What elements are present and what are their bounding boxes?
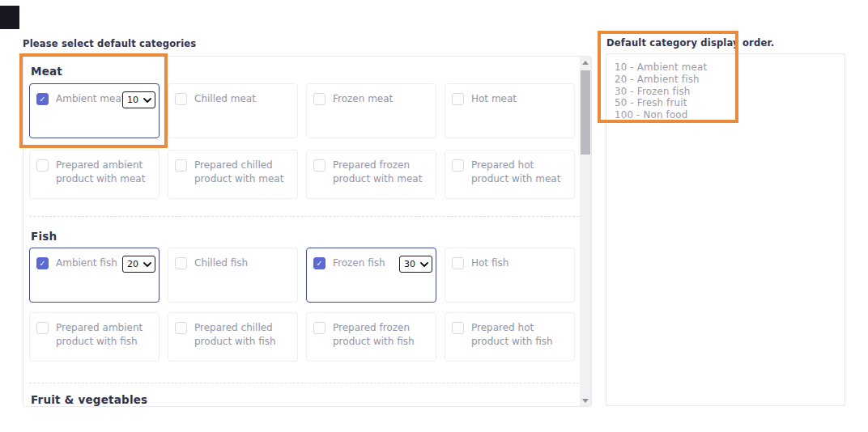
category-card-prepared-hot-meat[interactable]: Prepared hot product with meat [445, 150, 575, 199]
category-card-frozen-meat[interactable]: Frozen meat [306, 83, 436, 138]
category-label: Prepared frozen product with fish [333, 321, 431, 349]
checkbox-icon[interactable] [175, 93, 187, 105]
check-icon: ✓ [39, 95, 45, 104]
order-select-value: 20 [127, 259, 138, 269]
categories-panel: Meat ✓ Ambient meat 10 Chilled meat Froz… [23, 56, 592, 407]
category-card-ambient-meat[interactable]: ✓ Ambient meat 10 [29, 83, 160, 138]
section-title-fish: Fish [31, 230, 57, 243]
fish-row-2: Prepared ambient product with fish Prepa… [29, 312, 575, 362]
category-label: Prepared ambient product with fish [56, 321, 154, 349]
order-select-value: 30 [404, 259, 415, 269]
sidebar-fragment [0, 6, 19, 29]
checkbox-checked-icon[interactable]: ✓ [36, 257, 49, 269]
checkbox-checked-icon[interactable]: ✓ [36, 93, 49, 105]
category-label: Hot meat [471, 92, 518, 106]
checkbox-icon[interactable] [313, 322, 326, 334]
category-card-prepared-chilled-meat[interactable]: Prepared chilled product with meat [168, 150, 298, 199]
checkbox-icon[interactable] [313, 159, 326, 172]
category-card-hot-fish[interactable]: Hot fish [445, 248, 575, 303]
category-card-prepared-frozen-fish[interactable]: Prepared frozen product with fish [306, 312, 436, 362]
category-label: Prepared hot product with fish [471, 321, 569, 349]
section-divider [29, 383, 579, 383]
checkbox-icon[interactable] [175, 322, 187, 334]
checkbox-icon[interactable] [452, 322, 464, 334]
category-card-hot-meat[interactable]: Hot meat [445, 83, 575, 138]
scroll-down-button[interactable] [580, 395, 591, 406]
category-label: Frozen meat [333, 92, 394, 106]
order-item: 30 - Frozen fish [615, 86, 836, 98]
category-label: Prepared ambient product with meat [56, 159, 154, 186]
chevron-down-icon [420, 262, 428, 267]
checkbox-icon[interactable] [313, 93, 326, 105]
category-card-prepared-hot-fish[interactable]: Prepared hot product with fish [445, 312, 575, 362]
checkbox-icon[interactable] [452, 93, 464, 105]
triangle-down-icon [582, 399, 589, 403]
display-order-panel: 10 - Ambient meat 20 - Ambient fish 30 -… [606, 53, 845, 406]
order-item: 20 - Ambient fish [615, 74, 836, 86]
category-label: Frozen fish [333, 256, 387, 270]
category-card-prepared-frozen-meat[interactable]: Prepared frozen product with meat [306, 150, 436, 199]
category-label: Prepared chilled product with meat [194, 159, 292, 186]
section-title-meat: Meat [31, 65, 62, 78]
scrollbar[interactable] [580, 57, 591, 406]
check-icon: ✓ [39, 260, 45, 268]
checkbox-icon[interactable] [452, 159, 464, 172]
fish-row-1: ✓ Ambient fish 20 Chilled fish ✓ Frozen … [29, 248, 575, 303]
order-item: 100 - Non food [615, 109, 836, 121]
order-item: 50 - Fresh fruit [615, 97, 836, 109]
category-card-chilled-fish[interactable]: Chilled fish [168, 248, 298, 303]
select-categories-label: Please select default categories [23, 38, 196, 49]
checkbox-icon[interactable] [36, 159, 49, 172]
section-divider [29, 216, 579, 217]
section-title-fruit-vegetables: Fruit & vegetables [31, 393, 147, 406]
order-item: 10 - Ambient meat [615, 61, 836, 74]
category-label: Ambient fish [56, 256, 119, 270]
category-card-frozen-fish[interactable]: ✓ Frozen fish 30 [306, 248, 436, 303]
chevron-down-icon [143, 262, 151, 267]
order-select[interactable]: 30 [399, 256, 432, 273]
scroll-up-button[interactable] [580, 57, 591, 68]
category-label: Chilled meat [194, 92, 257, 106]
category-card-prepared-chilled-fish[interactable]: Prepared chilled product with fish [168, 312, 298, 362]
chevron-down-icon [143, 98, 151, 103]
order-select-value: 10 [127, 95, 138, 105]
category-label: Ambient meat [56, 92, 127, 106]
category-label: Prepared hot product with meat [471, 159, 569, 186]
triangle-up-icon [582, 61, 589, 65]
category-card-chilled-meat[interactable]: Chilled meat [168, 83, 298, 138]
checkbox-icon[interactable] [452, 257, 464, 269]
checkbox-icon[interactable] [175, 257, 187, 269]
category-card-prepared-ambient-fish[interactable]: Prepared ambient product with fish [29, 312, 160, 362]
category-card-ambient-fish[interactable]: ✓ Ambient fish 20 [29, 248, 160, 303]
display-order-label: Default category display order. [606, 37, 774, 49]
scrollbar-thumb[interactable] [581, 70, 590, 155]
checkbox-icon[interactable] [175, 159, 187, 172]
order-select[interactable]: 20 [122, 256, 155, 273]
category-label: Prepared chilled product with fish [194, 321, 292, 349]
check-icon: ✓ [316, 260, 322, 268]
category-label: Prepared frozen product with meat [333, 159, 431, 186]
category-label: Chilled fish [194, 256, 249, 270]
category-card-prepared-ambient-meat[interactable]: Prepared ambient product with meat [29, 150, 160, 199]
meat-row-1: ✓ Ambient meat 10 Chilled meat Frozen me… [29, 83, 575, 138]
meat-row-2: Prepared ambient product with meat Prepa… [29, 150, 575, 199]
checkbox-icon[interactable] [36, 322, 49, 334]
checkbox-checked-icon[interactable]: ✓ [313, 257, 326, 269]
order-select[interactable]: 10 [122, 91, 155, 108]
category-label: Hot fish [471, 256, 510, 270]
